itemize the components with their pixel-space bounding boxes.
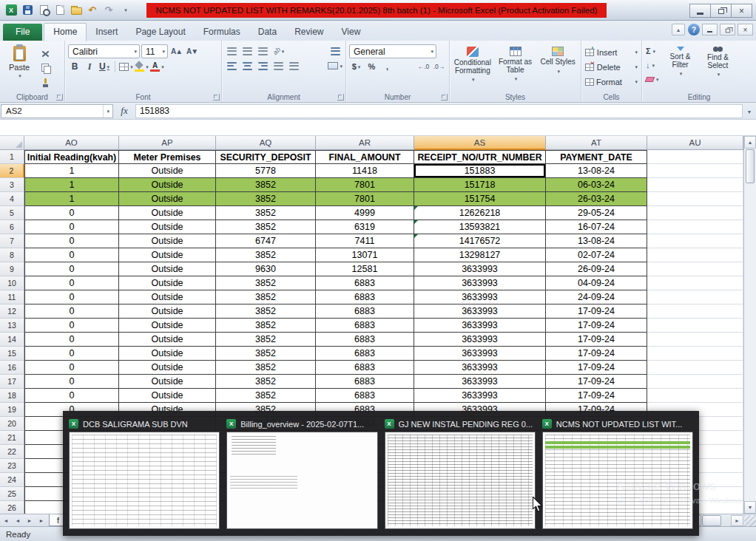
number-format-select[interactable]: General▾ <box>349 44 436 58</box>
clear-button[interactable]: ▾ <box>644 72 661 86</box>
print-preview-button[interactable] <box>36 3 51 18</box>
qat-customize-button[interactable]: ▾ <box>118 3 132 18</box>
insert-cells-button[interactable]: + Insert ▾ <box>584 45 639 59</box>
cell-at6[interactable]: 16-07-24 <box>546 220 647 234</box>
tab-file[interactable]: File <box>3 24 42 41</box>
cell-ap9[interactable]: Outside <box>119 262 216 276</box>
row-header[interactable]: 24 <box>0 473 24 487</box>
row-header[interactable]: 3 <box>0 178 24 192</box>
cell-aq10[interactable]: 3852 <box>216 276 316 290</box>
cell-as1[interactable]: RECEIPT_NO/UTR_NUMBER <box>414 150 546 164</box>
column-header-ar[interactable]: AR <box>316 136 414 150</box>
sort-filter-button[interactable]: Sort & Filter ▾ <box>663 44 698 92</box>
copy-button[interactable] <box>38 61 53 75</box>
cell-ao18[interactable]: 0 <box>24 389 119 403</box>
cell-au5[interactable] <box>647 206 743 220</box>
format-painter-button[interactable] <box>38 76 53 89</box>
workbook-restore-button[interactable] <box>720 24 735 35</box>
cell-ap10[interactable]: Outside <box>119 276 216 290</box>
cell-aq4[interactable]: 3852 <box>216 192 316 206</box>
cell-au11[interactable] <box>647 290 743 304</box>
cell-au17[interactable] <box>647 375 743 389</box>
cell-ap8[interactable]: Outside <box>119 248 216 262</box>
cell-ar12[interactable]: 6883 <box>316 304 414 319</box>
cell-styles-button[interactable]: Cell Styles ▾ <box>537 44 578 92</box>
cell-aq8[interactable]: 3852 <box>216 248 316 262</box>
cell-ar15[interactable]: 6883 <box>316 347 414 361</box>
cell-ar11[interactable]: 6883 <box>316 290 414 304</box>
cell-au18[interactable] <box>647 389 743 403</box>
column-header-as[interactable]: AS <box>414 136 546 150</box>
italic-button[interactable]: I <box>83 60 96 73</box>
cell-ao8[interactable]: 0 <box>24 248 119 262</box>
cell-ap12[interactable]: Outside <box>119 304 216 319</box>
column-header-at[interactable]: AT <box>546 136 647 150</box>
increase-indent-button[interactable] <box>287 59 301 72</box>
cell-as14[interactable]: 3633993 <box>414 333 546 347</box>
cell-at5[interactable]: 29-05-24 <box>546 206 647 220</box>
cell-as10[interactable]: 3633993 <box>414 276 546 290</box>
cell-ap17[interactable]: Outside <box>119 375 216 389</box>
fill-color-button[interactable]: ▾ <box>135 60 149 73</box>
cut-button[interactable] <box>38 47 53 60</box>
cell-au12[interactable] <box>647 304 743 319</box>
cell-ao1[interactable]: Initial Reading(kvah) <box>24 150 119 164</box>
cell-at4[interactable]: 26-03-24 <box>546 192 647 206</box>
row-header[interactable]: 13 <box>0 319 24 333</box>
cell-ao2[interactable]: 1 <box>24 164 119 178</box>
cell-at2[interactable]: 13-08-24 <box>546 164 647 178</box>
cell-ar6[interactable]: 6319 <box>316 220 414 234</box>
cell-at15[interactable]: 17-09-24 <box>546 347 647 361</box>
cell-ao16[interactable]: 0 <box>24 361 119 375</box>
decrease-decimal-button[interactable]: .0→ <box>432 60 446 73</box>
align-middle-button[interactable] <box>240 44 254 58</box>
cell-au10[interactable] <box>647 276 743 290</box>
cell-aq5[interactable]: 3852 <box>216 206 316 220</box>
cell-as16[interactable]: 3633993 <box>414 361 546 375</box>
cell-as13[interactable]: 3633993 <box>414 319 546 333</box>
cell-aq6[interactable]: 3852 <box>216 220 316 234</box>
cell-ar16[interactable]: 6883 <box>316 361 414 375</box>
previous-sheet-button[interactable]: ◄ <box>12 515 24 526</box>
row-header[interactable]: 26 <box>0 501 24 514</box>
cell-at12[interactable]: 17-09-24 <box>546 304 647 319</box>
scroll-up-button[interactable]: ▲ <box>744 136 756 149</box>
row-header[interactable]: 1 <box>0 150 24 164</box>
cell-aq16[interactable]: 3852 <box>216 361 316 375</box>
cell-aq9[interactable]: 9630 <box>216 262 316 276</box>
last-sheet-button[interactable]: ► <box>36 515 47 526</box>
tab-formulas[interactable]: Formulas <box>195 24 249 41</box>
row-header[interactable]: 5 <box>0 206 24 220</box>
align-bottom-button[interactable] <box>256 44 270 58</box>
scroll-down-button[interactable]: ▼ <box>744 501 756 514</box>
format-as-table-button[interactable]: Format as Table ▾ <box>495 44 536 92</box>
taskbar-preview[interactable]: XNCMS NOT UPDATED LIST WIT... <box>542 416 693 529</box>
cell-at1[interactable]: PAYMENT_DATE <box>546 150 647 164</box>
row-header[interactable]: 2 <box>0 164 24 178</box>
cell-au13[interactable] <box>647 319 743 333</box>
cell-at13[interactable]: 17-09-24 <box>546 319 647 333</box>
alignment-dialog-launcher[interactable] <box>337 94 344 101</box>
row-header[interactable]: 7 <box>0 234 24 248</box>
column-header-aq[interactable]: AQ <box>216 136 316 150</box>
cell-ar17[interactable]: 6883 <box>316 375 414 389</box>
scroll-right-button[interactable]: ► <box>731 515 743 526</box>
formula-input[interactable]: 151883 <box>135 104 743 118</box>
cell-ao17[interactable]: 0 <box>24 375 119 389</box>
cell-ar13[interactable]: 6883 <box>316 319 414 333</box>
align-center-button[interactable] <box>240 59 254 72</box>
cell-as7[interactable]: 14176572 <box>414 234 546 248</box>
redo-button[interactable]: ↷ <box>101 3 116 18</box>
cell-ap7[interactable]: Outside <box>119 234 216 248</box>
row-header[interactable]: 20 <box>0 417 24 431</box>
cell-as12[interactable]: 3633993 <box>414 304 546 319</box>
row-header[interactable]: 9 <box>0 262 24 276</box>
cell-ap15[interactable]: Outside <box>119 347 216 361</box>
cell-at17[interactable]: 17-09-24 <box>546 375 647 389</box>
horizontal-scroll-thumb[interactable] <box>702 515 721 526</box>
tab-data[interactable]: Data <box>249 24 286 41</box>
cell-at11[interactable]: 24-09-24 <box>546 290 647 304</box>
vertical-scrollbar[interactable]: ▲ ▼ <box>743 136 756 514</box>
insert-function-button[interactable]: fx <box>113 105 135 117</box>
workbook-minimize-button[interactable] <box>702 24 718 35</box>
